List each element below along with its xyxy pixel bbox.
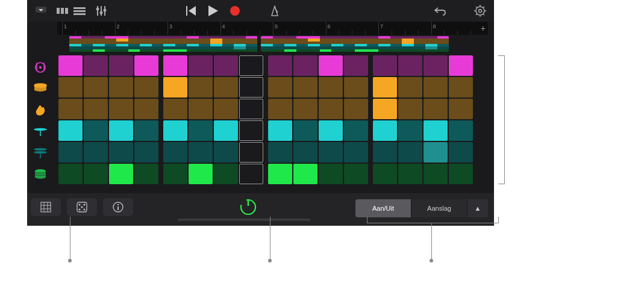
step-cell[interactable] xyxy=(214,77,238,98)
step-cell[interactable] xyxy=(214,142,238,163)
step-cell[interactable] xyxy=(109,142,133,163)
grid-view-button[interactable] xyxy=(31,198,61,216)
step-cell[interactable] xyxy=(449,142,473,163)
randomize-button[interactable] xyxy=(67,198,97,216)
step-cell[interactable] xyxy=(424,164,448,184)
step-cell[interactable] xyxy=(449,164,473,184)
step-cell[interactable] xyxy=(449,120,473,141)
step-cell[interactable] xyxy=(344,99,368,119)
step-cell[interactable] xyxy=(84,55,108,76)
step-cell[interactable] xyxy=(58,77,83,98)
step-cell[interactable] xyxy=(214,55,238,76)
step-cell[interactable] xyxy=(293,77,317,98)
step-cell[interactable] xyxy=(449,77,473,98)
step-cell[interactable] xyxy=(424,142,448,163)
step-cell[interactable] xyxy=(134,164,158,184)
step-cell[interactable] xyxy=(344,164,368,184)
step-cell[interactable] xyxy=(344,77,368,98)
step-cell[interactable] xyxy=(189,142,213,163)
step-cell[interactable] xyxy=(214,99,238,119)
step-cell[interactable] xyxy=(189,99,213,119)
track-kick-icon[interactable] xyxy=(28,55,52,77)
step-cell[interactable] xyxy=(268,55,292,76)
view-columns-icon[interactable] xyxy=(56,4,69,17)
step-cell[interactable] xyxy=(163,55,187,76)
step-cell[interactable] xyxy=(424,120,448,141)
metronome-icon[interactable] xyxy=(268,4,281,17)
step-cell[interactable] xyxy=(84,120,108,141)
step-cell[interactable] xyxy=(189,77,213,98)
step-cell[interactable] xyxy=(268,142,292,163)
step-cell[interactable] xyxy=(424,77,448,98)
play-icon[interactable] xyxy=(207,4,220,17)
step-cell[interactable] xyxy=(398,120,422,141)
step-cell[interactable] xyxy=(134,99,158,119)
step-cell[interactable] xyxy=(293,99,317,119)
step-cell[interactable] xyxy=(398,99,422,119)
step-cell[interactable] xyxy=(109,99,133,119)
step-cell[interactable] xyxy=(268,164,292,184)
step-cell[interactable] xyxy=(373,164,397,184)
step-cell[interactable] xyxy=(449,55,473,76)
step-cell[interactable] xyxy=(84,77,108,98)
step-cell[interactable] xyxy=(344,142,368,163)
step-cell[interactable] xyxy=(58,164,83,184)
track-tom-icon[interactable] xyxy=(28,164,52,185)
step-cell[interactable] xyxy=(58,142,83,163)
step-cell[interactable] xyxy=(319,142,343,163)
segment-onoff[interactable]: Aan/Uit xyxy=(355,199,411,217)
step-cell[interactable] xyxy=(344,120,368,141)
step-cell[interactable] xyxy=(239,120,263,141)
go-to-start-icon[interactable] xyxy=(185,4,198,17)
track-snare-icon[interactable] xyxy=(28,77,52,99)
step-cell[interactable] xyxy=(163,99,187,119)
step-cell[interactable] xyxy=(293,120,317,141)
step-cell[interactable] xyxy=(239,164,263,184)
step-cell[interactable] xyxy=(293,142,317,163)
step-cell[interactable] xyxy=(58,55,83,76)
step-cell[interactable] xyxy=(319,120,343,141)
step-cell[interactable] xyxy=(449,99,473,119)
step-cell[interactable] xyxy=(214,164,238,184)
step-cell[interactable] xyxy=(373,77,397,98)
step-cell[interactable] xyxy=(268,120,292,141)
step-cell[interactable] xyxy=(398,55,422,76)
segment-expand-icon[interactable]: ▲ xyxy=(467,199,488,217)
step-cell[interactable] xyxy=(134,142,158,163)
step-cell[interactable] xyxy=(239,99,263,119)
step-cell[interactable] xyxy=(239,142,263,163)
step-cell[interactable] xyxy=(109,55,133,76)
bottom-slider[interactable] xyxy=(178,219,310,221)
track-clap-icon[interactable] xyxy=(28,99,52,120)
timeline-ruler[interactable]: 12345678 + xyxy=(57,22,488,35)
step-cell[interactable] xyxy=(373,55,397,76)
step-cell[interactable] xyxy=(109,77,133,98)
info-button[interactable] xyxy=(103,198,133,216)
step-cell[interactable] xyxy=(319,77,343,98)
undo-icon[interactable] xyxy=(434,4,447,17)
step-cell[interactable] xyxy=(293,164,317,184)
step-cell[interactable] xyxy=(134,120,158,141)
mixer-icon[interactable] xyxy=(95,4,108,17)
step-cell[interactable] xyxy=(239,77,263,98)
step-cell[interactable] xyxy=(268,77,292,98)
step-cell[interactable] xyxy=(189,55,213,76)
view-rows-icon[interactable] xyxy=(73,4,86,17)
step-cell[interactable] xyxy=(84,99,108,119)
step-cell[interactable] xyxy=(163,77,187,98)
step-cell[interactable] xyxy=(163,120,187,141)
add-bar-icon[interactable]: + xyxy=(481,23,486,33)
step-cell[interactable] xyxy=(319,164,343,184)
track-hihat-open-icon[interactable] xyxy=(28,142,52,164)
step-cell[interactable] xyxy=(163,142,187,163)
step-cell[interactable] xyxy=(398,142,422,163)
step-cell[interactable] xyxy=(58,120,83,141)
step-cell[interactable] xyxy=(319,55,343,76)
overview-segment-a[interactable] xyxy=(69,36,257,52)
step-cell[interactable] xyxy=(84,142,108,163)
step-cell[interactable] xyxy=(424,55,448,76)
step-cell[interactable] xyxy=(293,55,317,76)
step-cell[interactable] xyxy=(239,55,263,76)
step-cell[interactable] xyxy=(344,55,368,76)
step-cell[interactable] xyxy=(109,120,133,141)
